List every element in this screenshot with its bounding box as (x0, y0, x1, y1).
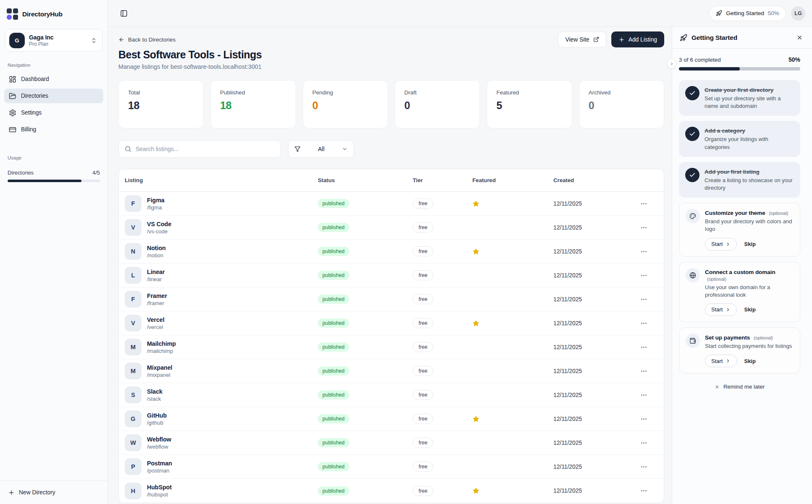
listing-slug: /mixpanel (147, 372, 172, 378)
listing-slug: /linear (147, 276, 165, 282)
row-actions-button[interactable] (638, 317, 650, 329)
task-start-button[interactable]: Start (705, 303, 737, 316)
tier-badge: free (413, 198, 433, 209)
listing-avatar: F (125, 291, 141, 308)
task-skip-button[interactable]: Skip (744, 306, 755, 313)
created-date: 12/11/2025 (553, 320, 638, 326)
column-header-status: Status (318, 177, 413, 183)
panel-collapse-button[interactable] (667, 59, 677, 69)
sidebar-item-dashboard[interactable]: Dashboard (4, 72, 103, 86)
table-row[interactable]: P Postman /postman published free 12/11/… (119, 455, 664, 479)
back-link-label: Back to Directories (128, 37, 175, 43)
stat-card: Pending 0 (303, 80, 388, 128)
row-actions-button[interactable] (638, 437, 650, 449)
task-title: Create your first directory (705, 87, 773, 93)
table-row[interactable]: N Notion /notion published free 12/11/20… (119, 240, 664, 264)
stat-value: 0 (312, 99, 378, 112)
status-badge: published (318, 295, 349, 304)
task-optional-tag: (optional) (707, 277, 726, 282)
table-row[interactable]: M Mixpanel /mixpanel published free 12/1… (119, 359, 664, 383)
sidebar-item-settings[interactable]: Settings (4, 105, 103, 120)
tier-badge: free (413, 366, 433, 376)
status-badge: published (318, 366, 349, 376)
getting-started-pill[interactable]: Getting Started 50% (709, 6, 786, 21)
listing-avatar: G (125, 410, 141, 427)
user-avatar[interactable]: LG (791, 6, 805, 21)
featured-star-icon (472, 248, 553, 255)
status-badge: published (318, 438, 349, 447)
table-row[interactable]: V Vercel /vercel published free 12/11/20… (119, 311, 664, 335)
row-actions-button[interactable] (638, 461, 650, 473)
task-description: Set up your directory site with a name a… (705, 95, 794, 110)
task-skip-button[interactable]: Skip (744, 241, 755, 247)
table-row[interactable]: M Mailchimp /mailchimp published free 12… (119, 335, 664, 359)
remind-me-later-button[interactable]: Remind me later (679, 384, 800, 390)
filter-icon (294, 146, 301, 152)
app-name: DirectoryHub (22, 10, 63, 18)
workspace-switcher[interactable]: G Gaga Inc Pro Plan (5, 29, 102, 52)
row-actions-button[interactable] (638, 269, 650, 281)
table-row[interactable]: V VS Code /vs-code published free 12/11/… (119, 216, 664, 240)
row-actions-button[interactable] (638, 198, 650, 209)
listing-name: Slack (147, 388, 162, 395)
created-date: 12/11/2025 (553, 272, 638, 279)
stat-value: 5 (496, 99, 562, 112)
listing-name: GitHub (147, 412, 167, 419)
row-actions-button[interactable] (638, 245, 650, 257)
wallet-icon (686, 334, 700, 348)
panel-progress-percent: 50% (788, 56, 800, 63)
panel-close-button[interactable] (794, 33, 804, 43)
remind-me-later-label: Remind me later (723, 384, 765, 390)
sidebar-item-billing[interactable]: Billing (4, 122, 103, 137)
page-subtitle: Manage listings for best-software-tools.… (118, 63, 664, 70)
table-row[interactable]: W Webflow /webflow published free 12/11/… (119, 431, 664, 455)
row-actions-button[interactable] (638, 341, 650, 353)
tier-badge: free (413, 294, 433, 304)
back-to-directories-link[interactable]: Back to Directories (118, 37, 175, 43)
tier-badge: free (413, 246, 433, 256)
nav-item-label: Settings (21, 110, 42, 116)
tier-badge: free (413, 486, 433, 496)
row-actions-button[interactable] (638, 222, 650, 233)
sidebar-nav: Dashboard Directories Settings Billing (0, 72, 107, 137)
task-skip-button[interactable]: Skip (744, 358, 755, 364)
check-icon (685, 127, 699, 141)
row-actions-button[interactable] (638, 413, 650, 425)
sidebar-toggle-button[interactable] (118, 8, 130, 19)
table-row[interactable]: S Slack /slack published free 12/11/2025 (119, 383, 664, 407)
panel-progress-bar (679, 67, 800, 71)
listing-avatar: S (125, 386, 141, 403)
table-row[interactable]: F Framer /framer published free 12/11/20… (119, 287, 664, 311)
stat-label: Total (128, 89, 194, 96)
table-row[interactable]: G GitHub /github published free 12/11/20… (119, 407, 664, 431)
new-directory-button[interactable]: New Directory (0, 480, 107, 504)
task-description: Brand your directory with colors and log… (705, 218, 794, 233)
table-row[interactable]: F Figma /figma published free 12/11/2025 (119, 192, 664, 216)
checklist-item: Connect a custom domain (optional) Use y… (679, 262, 800, 322)
row-actions-button[interactable] (638, 485, 650, 497)
table-row[interactable]: H HubSpot /hubspot published free 12/11/… (119, 479, 664, 503)
listing-avatar: M (125, 363, 141, 379)
listing-slug: /webflow (147, 444, 171, 450)
row-actions-button[interactable] (638, 365, 650, 377)
table-row[interactable]: L Linear /linear published free 12/11/20… (119, 264, 664, 287)
row-actions-button[interactable] (638, 389, 650, 401)
status-filter-select[interactable]: All (288, 140, 354, 158)
stat-value: 18 (220, 99, 286, 112)
listing-name: Notion (147, 245, 166, 251)
tier-badge: free (413, 390, 433, 400)
tier-badge: free (413, 270, 433, 280)
view-site-button[interactable]: View Site (558, 31, 606, 47)
getting-started-pill-label: Getting Started (726, 10, 764, 16)
getting-started-panel: Getting Started 3 of 6 completed 50% Cre… (672, 27, 812, 504)
task-start-button[interactable]: Start (705, 355, 737, 367)
created-date: 12/11/2025 (553, 248, 638, 255)
sidebar-item-directories[interactable]: Directories (4, 89, 103, 103)
add-listing-button[interactable]: Add Listing (611, 31, 664, 47)
listing-avatar: N (125, 243, 141, 260)
stat-value: 0 (589, 99, 655, 112)
task-start-button[interactable]: Start (705, 238, 737, 251)
row-actions-button[interactable] (638, 293, 650, 305)
task-description: Use your own domain for a professional l… (705, 284, 794, 299)
search-input[interactable] (136, 146, 275, 152)
